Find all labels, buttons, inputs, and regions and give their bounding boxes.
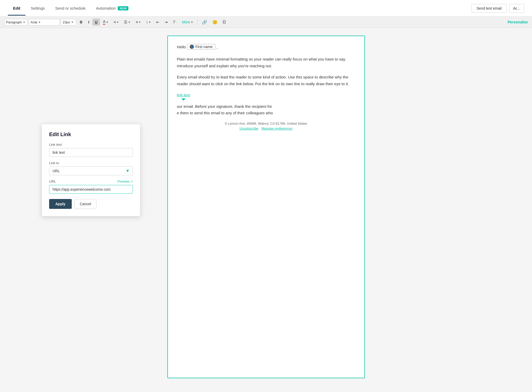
- send-test-email-button[interactable]: Send test email: [471, 4, 507, 13]
- more-caret-icon: ▼: [191, 21, 193, 24]
- tab-automation[interactable]: Automation NEW: [91, 1, 134, 16]
- italic-button[interactable]: I: [86, 19, 91, 25]
- unordered-list-button[interactable]: ☰ ▼: [122, 19, 133, 25]
- email-paragraph-2: Every email should try to lead the reade…: [177, 74, 355, 87]
- unordered-list-icon: ☰: [124, 20, 127, 24]
- link-text-wrapper: link text: [177, 92, 190, 98]
- preview-link[interactable]: Preview ↗: [117, 180, 133, 183]
- font-size-select[interactable]: 15px ▼: [61, 19, 76, 25]
- underline-button[interactable]: U: [93, 19, 100, 25]
- tab-send-or-schedule[interactable]: Send or schedule: [50, 1, 91, 16]
- link-anchor[interactable]: link text: [177, 93, 190, 97]
- indent-decrease-button[interactable]: ⇤: [154, 19, 161, 25]
- email-partial-1: our email. Before your signature, thank …: [177, 103, 355, 110]
- indent-increase-icon: ⇥: [165, 20, 168, 24]
- edit-link-popup: Edit Link Link text Link to URL ▼ URL Pr…: [42, 124, 140, 216]
- clear-formatting-button[interactable]: T ₓ: [171, 19, 179, 25]
- line-spacing-button[interactable]: ↕ ▼: [144, 19, 153, 25]
- manage-preferences-link[interactable]: Manage preferences: [261, 127, 292, 130]
- link-to-select[interactable]: URL: [49, 167, 133, 175]
- special-chars-button[interactable]: Ω: [221, 18, 228, 26]
- nav-actions: Send test email Ac...: [471, 4, 524, 13]
- external-link-icon: ↗: [130, 180, 133, 183]
- paragraph-caret-icon: ▼: [23, 21, 25, 24]
- url-input[interactable]: [49, 185, 133, 194]
- link-icon: 🔗: [202, 20, 207, 25]
- size-caret-icon: ▼: [71, 21, 74, 24]
- toolbar-divider: [198, 19, 198, 25]
- ul-caret-icon: ▼: [128, 21, 130, 24]
- email-partial-2: e them to send this email to any of thei…: [177, 110, 355, 116]
- email-editor[interactable]: Hello 👤 First name , Plain text emails h…: [167, 36, 365, 378]
- align-icon: ≡: [114, 20, 116, 24]
- emoji-button[interactable]: 🙂: [210, 18, 220, 26]
- ordered-list-button[interactable]: ≡ ▼: [134, 19, 143, 25]
- email-footer: S Lemon Ave, #8588, Walnut, CA 91789, Un…: [177, 122, 355, 130]
- email-greeting: Hello 👤 First name ,: [177, 44, 355, 50]
- footer-address: S Lemon Ave, #8588, Walnut, CA 91789, Un…: [177, 122, 355, 125]
- main-content: Hello 👤 First name , Plain text emails h…: [0, 28, 532, 386]
- align-button[interactable]: ≡ ▼: [111, 19, 121, 25]
- editor-toolbar: Paragraph ▼ Arial ▼ 15px ▼ B I U A ▼ ≡ ▼…: [0, 17, 532, 28]
- indent-decrease-icon: ⇤: [156, 20, 159, 24]
- url-row: URL Preview ↗: [49, 180, 133, 183]
- footer-links: Unsubscribe Manage preferences: [177, 127, 355, 130]
- ol-caret-icon: ▼: [139, 21, 141, 24]
- align-caret-icon: ▼: [116, 21, 119, 24]
- personalize-button[interactable]: Personalize: [508, 20, 528, 24]
- paragraph-select[interactable]: Paragraph ▼: [4, 19, 28, 25]
- apply-button[interactable]: Apply: [49, 199, 72, 209]
- tab-settings[interactable]: Settings: [25, 1, 50, 16]
- line-spacing-icon: ↕: [146, 20, 148, 24]
- actions-button[interactable]: Ac...: [509, 4, 524, 13]
- bold-button[interactable]: B: [77, 19, 85, 25]
- ordered-list-icon: ≡: [136, 20, 138, 24]
- link-to-label: Link to: [49, 161, 133, 165]
- strikethrough-icon: ₓ: [176, 21, 177, 24]
- popup-actions: Apply Cancel: [49, 199, 133, 209]
- unsubscribe-link[interactable]: Unsubscribe: [240, 127, 258, 130]
- link-button[interactable]: 🔗: [200, 18, 209, 26]
- more-button[interactable]: More ▼: [180, 19, 195, 25]
- emoji-icon: 🙂: [212, 20, 218, 25]
- clear-formatting-icon: T: [173, 20, 175, 24]
- special-chars-icon: Ω: [223, 20, 226, 24]
- url-label: URL: [49, 180, 56, 183]
- font-color-caret-icon: ▼: [106, 21, 108, 24]
- new-badge: NEW: [118, 6, 128, 10]
- font-caret-icon: ▼: [38, 21, 41, 24]
- first-name-token: 👤 First name: [187, 44, 215, 50]
- ls-caret-icon: ▼: [148, 21, 151, 24]
- cancel-button[interactable]: Cancel: [74, 199, 97, 209]
- top-navigation: Edit Settings Send or schedule Automatio…: [0, 0, 532, 17]
- font-color-button[interactable]: A ▼: [101, 18, 110, 26]
- hello-text: Hello: [177, 45, 186, 49]
- popup-title: Edit Link: [49, 131, 133, 137]
- indent-increase-button[interactable]: ⇥: [162, 19, 170, 25]
- tab-list: Edit Settings Send or schedule Automatio…: [8, 1, 471, 16]
- link-caret-indicator: [181, 98, 186, 101]
- email-paragraph-1: Plain text emails have minimal formattin…: [177, 56, 355, 69]
- font-color-icon: A: [103, 19, 105, 25]
- tab-edit[interactable]: Edit: [8, 1, 25, 16]
- person-icon: 👤: [190, 45, 194, 49]
- email-body: Plain text emails have minimal formattin…: [177, 56, 355, 116]
- font-select[interactable]: Arial ▼: [29, 19, 60, 25]
- link-to-select-wrapper: URL ▼: [49, 167, 133, 175]
- link-text-label: Link text: [49, 143, 133, 147]
- comma-text: ,: [216, 45, 218, 49]
- link-text-input[interactable]: [49, 148, 133, 157]
